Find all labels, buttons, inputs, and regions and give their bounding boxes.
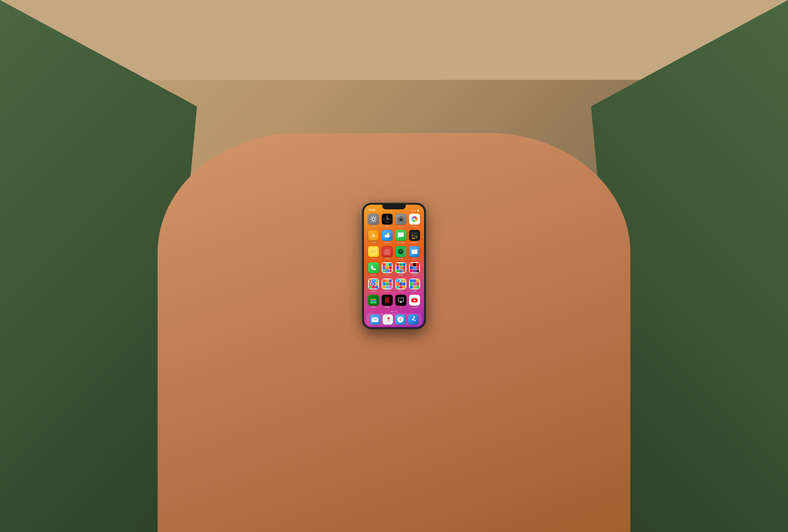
app-creative[interactable]: 🎨 ✏️ 🎵 📐 🖌 🎭 ⚡ 🔮 ✨ Creativ — [381, 279, 393, 292]
svg-rect-42 — [416, 237, 417, 238]
app-apple-label: Apple — [412, 290, 417, 292]
app-tv[interactable]: TV — [395, 295, 407, 308]
app-life[interactable]: 📍 💬 🔗 🎯 ⭐ ❤ ✅ 📅 🗺 Life — [381, 262, 393, 276]
app-notes-label: Notes — [371, 258, 376, 260]
app-photos[interactable]: Photos — [409, 214, 420, 227]
dock — [366, 313, 422, 326]
app-files-label: Files — [413, 258, 416, 260]
svg-point-18 — [387, 219, 388, 220]
app-audible-label: Audible — [371, 241, 376, 243]
dock-safari[interactable] — [395, 314, 406, 325]
svg-rect-36 — [412, 232, 417, 234]
scene: 11:28 ▪▪▪ ▲ ▐▌ — [0, 0, 788, 532]
app-video[interactable]: ▶ T ▶ f t ▪ ♪ ▶ ▪ Video — [409, 262, 420, 276]
app-life-label: Life — [386, 274, 389, 276]
notch — [382, 205, 406, 209]
app-reading[interactable]: 📚 📖 📰 📄 📝 📋 W 📕 🔖 Readin — [368, 279, 379, 292]
dock-fitness[interactable] — [408, 314, 418, 325]
app-camera[interactable]: Camera — [395, 214, 407, 227]
svg-point-55 — [398, 249, 403, 254]
svg-rect-38 — [414, 235, 415, 236]
app-work[interactable]: 📊 📈 📋 📧 💼 🗓 ✅ 📌 🔔 Work — [395, 279, 407, 292]
app-phone[interactable]: Phone — [368, 262, 379, 276]
app-netflix-label: Netflix — [385, 306, 390, 308]
app-phone-label: Phone — [371, 274, 376, 276]
app-notes[interactable]: Notes — [368, 246, 379, 260]
dot-1 — [392, 311, 392, 312]
app-wallet[interactable]: Wallet — [368, 295, 379, 308]
svg-point-25 — [414, 218, 415, 220]
svg-line-5 — [371, 217, 372, 218]
svg-rect-62 — [370, 301, 377, 304]
svg-rect-44 — [416, 238, 417, 239]
svg-point-24 — [400, 219, 401, 220]
svg-point-11 — [387, 216, 388, 217]
app-health[interactable]: 🎥 📺 📱 🎵 🌐 📸 🏃 💊 🎮 Healt — [395, 262, 407, 276]
iphone: 11:28 ▪▪▪ ▲ ▐▌ — [363, 204, 425, 328]
svg-point-0 — [372, 218, 375, 221]
app-spotify-label: Spotify — [398, 258, 403, 260]
app-todoist-label: Todoist — [385, 258, 390, 260]
status-icons: ▪▪▪ ▲ ▐▌ — [412, 209, 419, 211]
app-todoist[interactable]: Todoist — [381, 246, 393, 260]
svg-point-13 — [384, 219, 385, 220]
app-audible[interactable]: a Audible — [368, 230, 379, 243]
signal-icon: ▪▪▪ — [412, 209, 414, 211]
wifi-icon: ▲ — [414, 209, 416, 211]
app-work-label: Work — [399, 290, 403, 292]
page-dots — [364, 311, 424, 312]
app-calculator-label: Calculator — [411, 241, 419, 243]
svg-line-8 — [371, 221, 372, 222]
app-netflix[interactable]: Netflix — [381, 295, 393, 308]
phone-wrapper: 11:28 ▪▪▪ ▲ ▐▌ — [363, 204, 425, 328]
app-messages[interactable]: Messages — [395, 230, 407, 243]
svg-line-7 — [375, 217, 376, 218]
app-creative-label: Creative — [384, 290, 391, 292]
app-reading-label: Reading — [370, 290, 377, 292]
app-apple[interactable]: ♪ TV 📰 🏃 🎮 💳 ☁ 🗺 💡 Apple — [409, 279, 420, 292]
app-weather-label: Weather — [384, 241, 391, 243]
svg-point-75 — [387, 317, 390, 320]
app-photos-label: Photos — [412, 225, 417, 227]
svg-rect-37 — [412, 235, 413, 236]
hand-background — [158, 133, 630, 532]
app-weather[interactable]: Weather — [381, 230, 393, 243]
app-settings-label: Settings — [370, 225, 377, 227]
dock-mail[interactable] — [370, 314, 380, 325]
svg-rect-39 — [416, 235, 417, 236]
svg-rect-57 — [369, 264, 378, 272]
app-health-label: Health — [398, 274, 403, 276]
app-messages-label: Messages — [397, 241, 405, 243]
app-files[interactable]: Files — [409, 246, 420, 260]
svg-rect-83 — [409, 315, 418, 324]
svg-point-12 — [387, 222, 388, 223]
dot-2 — [394, 311, 395, 312]
svg-rect-43 — [412, 238, 415, 239]
svg-rect-33 — [385, 236, 389, 238]
svg-point-14 — [390, 219, 391, 220]
app-clock[interactable]: Clock — [381, 214, 393, 227]
app-clock-label: Clock — [385, 225, 390, 227]
svg-line-6 — [375, 221, 376, 222]
svg-rect-65 — [398, 298, 403, 301]
app-video-label: Video — [412, 274, 417, 276]
screen: 11:28 ▪▪▪ ▲ ▐▌ — [364, 205, 424, 327]
svg-text:a: a — [372, 232, 375, 238]
app-wallet-label: Wallet — [371, 306, 376, 308]
app-tv-label: TV — [400, 306, 402, 308]
dot-3 — [396, 311, 397, 312]
svg-rect-40 — [412, 237, 413, 238]
app-spotify[interactable]: Spotify — [395, 246, 407, 260]
dock-maps[interactable] — [383, 314, 393, 325]
svg-rect-41 — [414, 237, 415, 238]
app-settings[interactable]: Settings — [368, 214, 379, 227]
app-grid: Settings — [368, 214, 420, 308]
svg-point-84 — [414, 316, 415, 318]
app-youtube[interactable]: YouTube — [409, 295, 420, 308]
status-time: 11:28 — [369, 208, 375, 211]
app-calculator[interactable]: Calculator — [409, 230, 420, 243]
app-camera-label: Camera — [398, 225, 404, 227]
app-youtube-label: YouTube — [411, 306, 418, 308]
battery-icon: ▐▌ — [417, 209, 419, 211]
svg-rect-50 — [383, 247, 392, 256]
